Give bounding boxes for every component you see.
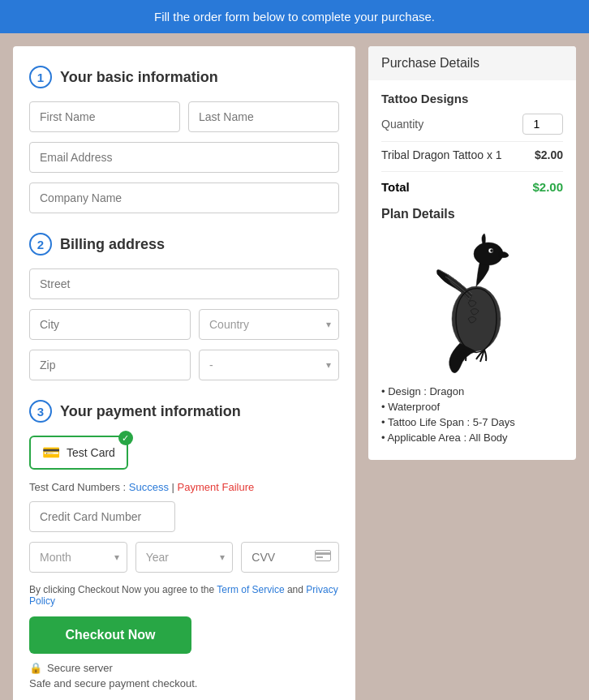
country-select[interactable]: Country United States United Kingdom	[199, 309, 339, 340]
section2-title: Billing address	[60, 236, 165, 253]
company-input[interactable]	[29, 183, 339, 213]
dragon-image	[381, 230, 563, 376]
cc-number-input[interactable]	[29, 501, 175, 532]
banner-text: Fill the order form below to complete yo…	[154, 10, 435, 24]
basic-info-section: 1 Your basic information	[29, 66, 339, 213]
section2-header: 2 Billing address	[29, 233, 339, 256]
purchase-panel: Purchase Details Tattoo Designs Quantity…	[368, 46, 576, 460]
section3-header: 3 Your payment information	[29, 400, 339, 423]
item-row: Tribal Dragon Tattoo x 1 $2.00	[381, 141, 563, 168]
qty-label: Quantity	[381, 118, 423, 131]
company-row	[29, 183, 339, 213]
zip-input[interactable]	[29, 350, 191, 380]
plan-bullets: Design : DragonWaterproofTattoo Life Spa…	[381, 385, 563, 444]
top-banner: Fill the order form below to complete yo…	[0, 0, 589, 33]
plan-bullet-item: Applicable Area : All Body	[381, 432, 563, 444]
year-select[interactable]: Year 2024 2025 2026 2027	[135, 542, 234, 573]
terms-link[interactable]: Term of Service	[217, 584, 284, 595]
state-select[interactable]: -	[199, 350, 339, 380]
billing-section: 2 Billing address Country United States …	[29, 233, 339, 380]
section1-number: 1	[29, 66, 52, 88]
first-name-input[interactable]	[29, 101, 180, 132]
email-input[interactable]	[29, 142, 339, 173]
section1-header: 1 Your basic information	[29, 66, 339, 88]
city-country-row: Country United States United Kingdom ▾	[29, 309, 339, 340]
test-card-note: Test Card Numbers : Success | Payment Fa…	[29, 481, 339, 493]
year-wrapper: Year 2024 2025 2026 2027 ▾	[135, 542, 234, 573]
section3-title: Your payment information	[60, 403, 241, 420]
month-wrapper: Month 01 02 03 04 05 06 07 08 09 10 11	[29, 542, 127, 573]
credit-card-icon: 💳	[42, 444, 60, 462]
main-content: 1 Your basic information 2 Billi	[0, 33, 589, 700]
qty-row: Quantity	[381, 114, 563, 135]
payment-section: 3 Your payment information ✓ 💳 Test Card…	[29, 400, 339, 689]
page-wrapper: Fill the order form below to complete yo…	[0, 0, 589, 700]
separator: |	[172, 481, 178, 493]
purchase-header: Purchase Details	[368, 46, 576, 80]
cvv-input[interactable]	[241, 542, 339, 573]
state-wrapper: - ▾	[199, 350, 339, 380]
expiry-cvv-row: Month 01 02 03 04 05 06 07 08 09 10 11	[29, 542, 339, 573]
country-wrapper: Country United States United Kingdom ▾	[199, 309, 339, 340]
svg-point-4	[474, 243, 503, 265]
test-card-label: Test Card Numbers :	[29, 481, 126, 493]
month-select[interactable]: Month 01 02 03 04 05 06 07 08 09 10 11	[29, 542, 127, 573]
card-option-label: Test Card	[67, 446, 115, 459]
lock-icon: 🔒	[29, 662, 42, 674]
last-name-input[interactable]	[188, 101, 339, 132]
item-price: $2.00	[535, 148, 563, 161]
secure-label: Secure server	[47, 662, 113, 674]
svg-point-6	[491, 250, 493, 252]
total-label: Total	[381, 180, 410, 194]
test-card-option[interactable]: ✓ 💳 Test Card	[29, 436, 128, 470]
qty-input[interactable]	[522, 114, 563, 135]
section2-number: 2	[29, 233, 52, 256]
terms-before: By clicking Checkout Now you agree to th…	[29, 584, 217, 595]
card-check-icon: ✓	[118, 431, 133, 445]
zip-state-row: - ▾	[29, 350, 339, 380]
failure-link[interactable]: Payment Failure	[178, 481, 255, 493]
total-price: $2.00	[532, 180, 563, 194]
terms-mid: and	[287, 584, 306, 595]
plan-bullet-item: Design : Dragon	[381, 385, 563, 397]
section3-number: 3	[29, 400, 52, 423]
cvv-wrapper	[241, 542, 339, 573]
secure-row: 🔒 Secure server	[29, 662, 339, 674]
total-row: Total $2.00	[381, 171, 563, 194]
street-row	[29, 268, 339, 299]
tattoo-title: Tattoo Designs	[381, 92, 563, 105]
cc-number-row	[29, 501, 339, 532]
name-row	[29, 101, 339, 132]
email-row	[29, 142, 339, 173]
safe-text: Safe and secure payment checkout.	[29, 677, 339, 689]
plan-bullet-item: Waterproof	[381, 401, 563, 413]
terms-text: By clicking Checkout Now you agree to th…	[29, 584, 339, 607]
plan-bullet-item: Tattoo Life Span : 5-7 Days	[381, 416, 563, 428]
street-input[interactable]	[29, 268, 339, 299]
checkout-button[interactable]: Checkout Now	[29, 616, 191, 654]
order-form-panel: 1 Your basic information 2 Billi	[13, 46, 355, 700]
item-label: Tribal Dragon Tattoo x 1	[381, 148, 502, 161]
plan-title: Plan Details	[381, 207, 563, 221]
city-input[interactable]	[29, 309, 191, 340]
section1-title: Your basic information	[60, 69, 218, 86]
success-link[interactable]: Success	[129, 481, 169, 493]
